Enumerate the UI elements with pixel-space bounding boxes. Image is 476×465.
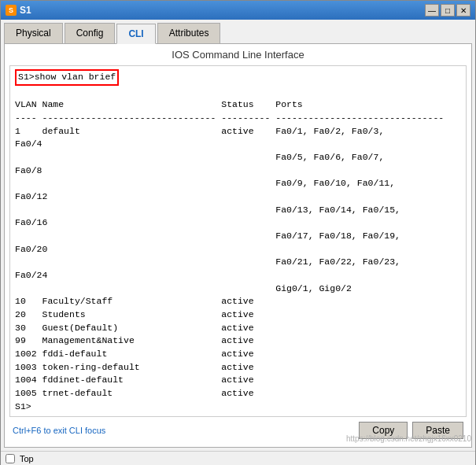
title-bar-left: S S1: [6, 5, 31, 16]
tab-attributes[interactable]: Attributes: [157, 23, 221, 43]
cli-hint: Ctrl+F6 to exit CLI focus: [13, 426, 105, 435]
title-buttons: — □ ✕: [425, 4, 470, 17]
window-title: S1: [20, 5, 31, 16]
cli-scroll-area[interactable]: S1>show vlan brief VLAN Name Status Port…: [10, 66, 466, 416]
bottom-bar: Ctrl+F6 to exit CLI focus Copy Paste: [9, 417, 467, 442]
maximize-button[interactable]: □: [441, 4, 455, 17]
footer-bar: Top: [1, 451, 475, 465]
tab-config[interactable]: Config: [65, 23, 116, 43]
close-button[interactable]: ✕: [456, 4, 470, 17]
action-buttons: Copy Paste: [359, 422, 463, 439]
main-window: S S1 — □ ✕ Physical Config CLI Attribute…: [0, 0, 476, 465]
top-label: Top: [20, 454, 34, 463]
tab-physical[interactable]: Physical: [4, 23, 63, 43]
title-bar: S S1 — □ ✕: [1, 1, 475, 20]
top-checkbox[interactable]: [6, 454, 15, 463]
copy-button[interactable]: Copy: [359, 422, 408, 439]
window-icon: S: [6, 5, 17, 16]
tab-cli[interactable]: CLI: [116, 24, 155, 44]
minimize-button[interactable]: —: [425, 4, 439, 17]
tab-bar: Physical Config CLI Attributes: [4, 23, 472, 44]
cli-command: S1>show vlan brief: [15, 69, 119, 86]
cli-panel: IOS Command Line Interface S1>show vlan …: [4, 44, 472, 448]
paste-button[interactable]: Paste: [412, 422, 463, 439]
cli-container[interactable]: S1>show vlan brief VLAN Name Status Port…: [9, 65, 467, 417]
content-area: Physical Config CLI Attributes IOS Comma…: [1, 20, 475, 451]
section-title: IOS Command Line Interface: [9, 49, 467, 61]
cli-output: S1>show vlan brief VLAN Name Status Port…: [10, 66, 466, 416]
